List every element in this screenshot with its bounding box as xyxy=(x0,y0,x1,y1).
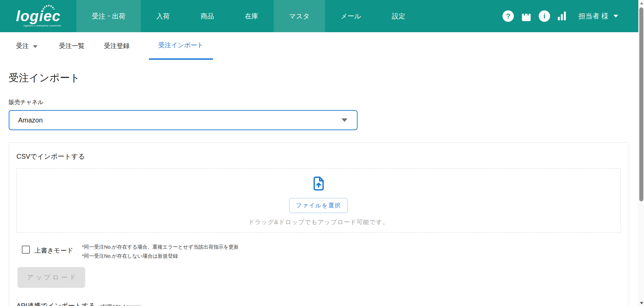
order-tabbar: 受注 受注一覧 受注登録 受注インポート xyxy=(0,32,644,60)
shopping-bag-icon[interactable] xyxy=(521,10,532,22)
tab-order-register[interactable]: 受注登録 xyxy=(104,32,129,60)
scrollbar[interactable] xyxy=(638,0,644,306)
logo-sunburst-icon xyxy=(42,4,55,11)
chevron-down-icon xyxy=(613,15,618,17)
file-select-button[interactable]: ファイルを選択 xyxy=(289,198,348,213)
order-import-page: logiec logistics e enterprise connecter … xyxy=(0,0,644,306)
nav-item-settings[interactable]: 設定 xyxy=(376,0,421,32)
tab-order-dropdown-label: 受注 xyxy=(16,42,29,50)
info-icon[interactable]: i xyxy=(539,10,550,22)
page-title: 受注インポート xyxy=(9,71,629,85)
sales-channel-value: Amazon xyxy=(18,116,43,124)
help-icon[interactable]: ? xyxy=(502,10,514,22)
overwrite-label: 上書きモード xyxy=(35,246,73,255)
tab-order-dropdown[interactable]: 受注 xyxy=(16,32,38,60)
nav-item-orders-shipping[interactable]: 受注・出荷 xyxy=(76,0,141,32)
api-import-heading: API連携でインポートする xyxy=(16,301,96,306)
nav-item-inventory[interactable]: 在庫 xyxy=(229,0,274,32)
nav-item-master[interactable]: マスタ xyxy=(274,0,325,32)
note-line: *同一受注No.が存在しない場合は新規登録 xyxy=(82,251,238,260)
scroll-up-icon[interactable] xyxy=(640,2,643,4)
stats-bars-icon[interactable] xyxy=(557,10,567,22)
nav-item-mail[interactable]: メール xyxy=(325,0,376,32)
csv-import-card: CSVでインポートする ファイルを選択 ドラッグ&ドロップでもアップロード可能で… xyxy=(9,142,629,306)
api-usage-note: *利用API: Amazon xyxy=(100,304,142,306)
main-content: 受注インポート 販売チャネル Amazon CSVでインポートする ファイルを選… xyxy=(0,60,638,306)
chevron-down-icon xyxy=(341,118,347,122)
note-line: *同一受注No.が存在する場合、重複エラーとせず当該出荷指示を更新 xyxy=(82,242,238,251)
overwrite-mode-row: 上書きモード *同一受注No.が存在する場合、重複エラーとせず当該出荷指示を更新… xyxy=(16,242,621,260)
top-navbar: logiec logistics e enterprise connecter … xyxy=(0,0,644,32)
overwrite-notes: *同一受注No.が存在する場合、重複エラーとせず当該出荷指示を更新 *同一受注N… xyxy=(82,242,238,260)
logo-tagline: logistics e enterprise connecter xyxy=(23,24,61,27)
upload-file-icon xyxy=(311,176,326,193)
sales-channel-select[interactable]: Amazon xyxy=(9,110,358,130)
scrollbar-thumb[interactable] xyxy=(639,7,643,201)
user-menu[interactable]: 担当者 様 xyxy=(578,11,618,21)
user-name: 担当者 様 xyxy=(578,11,608,21)
csv-import-heading: CSVでインポートする xyxy=(16,152,621,161)
upload-button[interactable]: アップロード xyxy=(17,267,85,288)
scroll-down-icon[interactable] xyxy=(640,302,643,304)
drop-hint-text: ドラッグ&ドロップでもアップロード可能です。 xyxy=(248,218,389,226)
file-dropzone[interactable]: ファイルを選択 ドラッグ&ドロップでもアップロード可能です。 xyxy=(16,168,621,233)
nav-item-products[interactable]: 商品 xyxy=(185,0,229,32)
tab-order-list[interactable]: 受注一覧 xyxy=(59,32,85,60)
navbar-right: ? i 担当者 様 xyxy=(502,0,618,32)
main-nav: 受注・出荷 入荷 商品 在庫 マスタ メール 設定 xyxy=(76,0,421,32)
chevron-down-icon xyxy=(33,45,38,48)
overwrite-checkbox[interactable] xyxy=(22,246,30,254)
api-import-row: API連携でインポートする *利用API: Amazon xyxy=(16,301,621,306)
nav-item-arrivals[interactable]: 入荷 xyxy=(141,0,185,32)
logiec-logo[interactable]: logiec logistics e enterprise connecter xyxy=(0,0,76,32)
tab-order-import[interactable]: 受注インポート xyxy=(149,32,213,60)
sales-channel-label: 販売チャネル xyxy=(9,98,629,106)
